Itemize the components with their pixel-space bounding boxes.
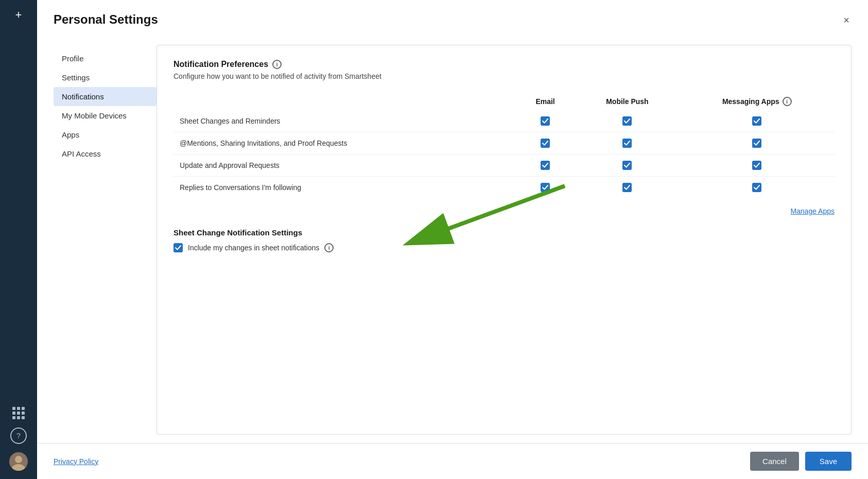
close-button[interactable]: × bbox=[841, 12, 852, 28]
cell-sheet-changes-messaging bbox=[680, 110, 835, 132]
row-label-approval: Update and Approval Requests bbox=[173, 155, 515, 177]
cancel-button[interactable]: Cancel bbox=[750, 452, 799, 471]
cell-approval-mobile bbox=[575, 155, 679, 177]
cell-replies-email bbox=[515, 177, 576, 199]
messaging-apps-info-icon[interactable]: i bbox=[783, 97, 792, 106]
cell-mentions-messaging bbox=[680, 132, 835, 155]
sheet-change-section: Sheet Change Notification Settings Inclu… bbox=[173, 228, 835, 252]
row-label-mentions: @Mentions, Sharing Invitations, and Proo… bbox=[173, 132, 515, 155]
modal-body: Profile Settings Notifications My Mobile… bbox=[37, 37, 868, 443]
left-nav: Profile Settings Notifications My Mobile… bbox=[54, 45, 157, 435]
checkbox-approval-email[interactable] bbox=[541, 161, 550, 170]
help-icon[interactable]: ? bbox=[10, 427, 27, 444]
nav-item-settings[interactable]: Settings bbox=[54, 68, 157, 87]
cell-mentions-mobile bbox=[575, 132, 679, 155]
cell-sheet-changes-mobile bbox=[575, 110, 679, 132]
avatar[interactable] bbox=[9, 452, 28, 471]
nav-item-apps[interactable]: Apps bbox=[54, 125, 157, 144]
notification-preferences-desc: Configure how you want to be notified of… bbox=[173, 72, 835, 80]
include-changes-info-icon[interactable]: i bbox=[324, 243, 334, 252]
table-row: Replies to Conversations I'm following bbox=[173, 177, 835, 199]
cell-sheet-changes-email bbox=[515, 110, 576, 132]
nav-item-profile[interactable]: Profile bbox=[54, 49, 157, 68]
notification-preferences-title: Notification Preferences i bbox=[173, 60, 835, 69]
th-messaging-apps: Messaging Apps i bbox=[680, 93, 835, 110]
checkbox-approval-messaging[interactable] bbox=[752, 161, 761, 170]
save-button[interactable]: Save bbox=[805, 452, 852, 471]
svg-point-1 bbox=[15, 456, 22, 463]
checkbox-replies-mobile[interactable] bbox=[622, 183, 632, 192]
cell-approval-messaging bbox=[680, 155, 835, 177]
nav-item-api-access[interactable]: API Access bbox=[54, 144, 157, 163]
table-row: @Mentions, Sharing Invitations, and Proo… bbox=[173, 132, 835, 155]
th-email: Email bbox=[515, 93, 576, 110]
table-row: Update and Approval Requests bbox=[173, 155, 835, 177]
row-label-replies: Replies to Conversations I'm following bbox=[173, 177, 515, 199]
checkbox-include-changes[interactable] bbox=[173, 243, 183, 252]
footer-buttons: Cancel Save bbox=[750, 452, 852, 471]
checkbox-sheet-changes-mobile[interactable] bbox=[622, 116, 632, 126]
grid-icon[interactable] bbox=[12, 407, 25, 419]
checkbox-mentions-email[interactable] bbox=[541, 139, 550, 148]
checkbox-mentions-messaging[interactable] bbox=[752, 139, 761, 148]
cell-mentions-email bbox=[515, 132, 576, 155]
notification-table: Email Mobile Push Messaging Apps i bbox=[173, 93, 835, 198]
manage-apps-link[interactable]: Manage Apps bbox=[790, 207, 835, 215]
notification-preferences-info-icon[interactable]: i bbox=[272, 60, 282, 69]
add-button[interactable]: + bbox=[15, 8, 22, 22]
modal: Personal Settings × Profile Settings Not… bbox=[37, 0, 868, 479]
checkbox-sheet-changes-messaging[interactable] bbox=[752, 116, 761, 126]
modal-title: Personal Settings bbox=[54, 12, 158, 27]
cell-replies-mobile bbox=[575, 177, 679, 199]
sidebar: + ? bbox=[0, 0, 37, 479]
cell-approval-email bbox=[515, 155, 576, 177]
cell-replies-messaging bbox=[680, 177, 835, 199]
th-empty bbox=[173, 93, 515, 110]
checkbox-replies-messaging[interactable] bbox=[752, 183, 761, 192]
row-label-sheet-changes: Sheet Changes and Reminders bbox=[173, 110, 515, 132]
table-row: Sheet Changes and Reminders bbox=[173, 110, 835, 132]
sheet-change-row: Include my changes in sheet notification… bbox=[173, 243, 835, 252]
checkbox-replies-email[interactable] bbox=[541, 183, 550, 192]
manage-apps-row: Manage Apps bbox=[173, 207, 835, 216]
sheet-change-title: Sheet Change Notification Settings bbox=[173, 228, 835, 237]
notification-preferences-section: Notification Preferences i Configure how… bbox=[173, 60, 835, 216]
include-changes-label: Include my changes in sheet notification… bbox=[188, 244, 319, 252]
checkbox-approval-mobile[interactable] bbox=[622, 161, 632, 170]
checkbox-sheet-changes-email[interactable] bbox=[541, 116, 550, 126]
modal-footer: Privacy Policy Cancel Save bbox=[37, 443, 868, 479]
modal-header: Personal Settings × bbox=[37, 0, 868, 37]
nav-item-my-mobile-devices[interactable]: My Mobile Devices bbox=[54, 106, 157, 125]
th-mobile-push: Mobile Push bbox=[575, 93, 679, 110]
nav-item-notifications[interactable]: Notifications bbox=[54, 87, 157, 106]
checkbox-mentions-mobile[interactable] bbox=[622, 139, 632, 148]
settings-panel: Notification Preferences i Configure how… bbox=[157, 45, 852, 435]
main-content: Personal Settings × Profile Settings Not… bbox=[37, 0, 868, 479]
privacy-policy-link[interactable]: Privacy Policy bbox=[54, 457, 98, 466]
